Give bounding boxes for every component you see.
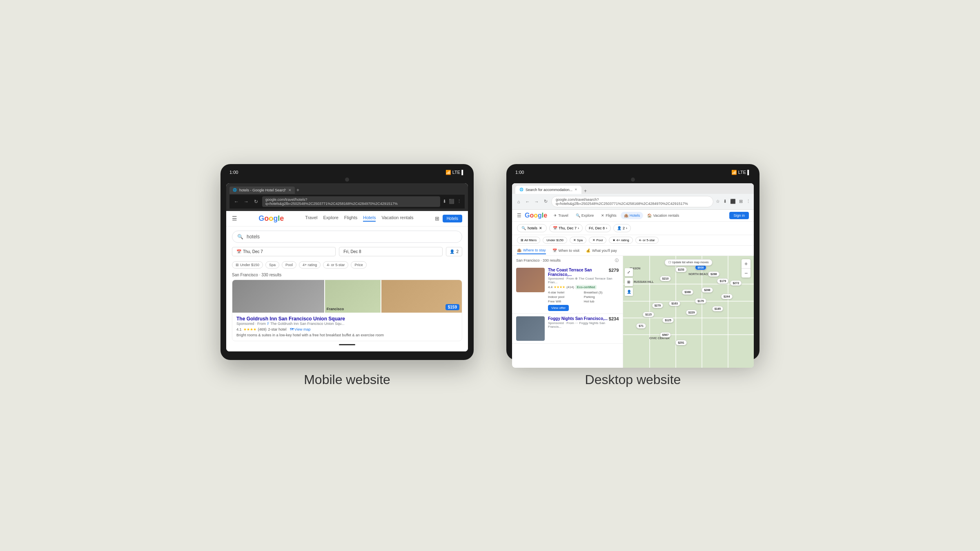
mobile-menu-icon[interactable]: ⋮ — [457, 199, 461, 204]
desktop-nav-explore[interactable]: 🔍 Explore — [572, 212, 597, 219]
desktop-back-button[interactable]: ← — [524, 199, 531, 204]
desktop-map-zoom-out-button[interactable]: − — [742, 269, 751, 278]
desktop-hotel-2-title[interactable]: Foggy Nights San Francisco,... — [548, 316, 608, 321]
mobile-nav-vacation[interactable]: Vacation rentals — [381, 215, 413, 222]
desktop-hotel-result-2[interactable]: Foggy Nights San Francisco,... $234 Spon… — [512, 314, 623, 344]
desktop-home-button[interactable]: ⌂ — [515, 199, 522, 204]
mobile-filter-chip-5[interactable]: Price — [351, 261, 367, 269]
desktop-map-update-button[interactable]: ☐ Update list when map moves — [665, 259, 713, 266]
desktop-bookmark-icon[interactable]: ☆ — [716, 199, 720, 204]
mobile-filter-chip-1[interactable]: Spa — [265, 261, 279, 269]
mobile-nav-explore[interactable]: Explore — [323, 215, 339, 222]
desktop-device-container: 1:00 📶 LTE ▌ 🌐 Search for accommodation.… — [506, 164, 760, 387]
desktop-search-clear-icon[interactable]: ✕ — [539, 226, 542, 230]
desktop-guest-pill[interactable]: 👤 2 › — [613, 224, 631, 232]
desktop-nav-vacation[interactable]: 🏠 Vacation rentals — [644, 212, 682, 219]
desktop-active-tab[interactable]: 🌐 Search for accommodation... ✕ — [515, 186, 581, 194]
mobile-hotel-rating: 4.1 — [236, 327, 242, 331]
desktop-where-to-stay-tab[interactable]: 🏨 Where to stay — [517, 247, 546, 254]
mobile-guest-pill[interactable]: 👤 2 — [446, 247, 462, 256]
mobile-cast-icon[interactable]: ⬛ — [449, 199, 454, 204]
desktop-refresh-button[interactable]: ↻ — [542, 199, 549, 204]
mobile-apps-icon[interactable]: ⊞ — [435, 216, 439, 222]
map-pin-279[interactable]: $279 — [652, 303, 664, 308]
desktop-nav-travel[interactable]: ✈ Travel — [550, 212, 572, 219]
desktop-filter-rating[interactable]: ★ 4+ rating — [609, 237, 633, 244]
desktop-download-icon[interactable]: ⬇ — [723, 199, 727, 204]
mobile-filter-chip-3[interactable]: 4+ rating — [299, 261, 321, 269]
desktop-map-layers-icon[interactable]: ⊞ — [625, 278, 633, 286]
desktop-new-tab-button[interactable]: + — [582, 188, 588, 194]
desktop-map-fullscreen-icon[interactable]: ⤢ — [625, 268, 633, 276]
map-pin-288a[interactable]: $288 — [708, 271, 719, 277]
map-pin-163[interactable]: $163 — [669, 301, 680, 306]
desktop-what-youll-pay-tab[interactable]: 💰 What you'll pay — [586, 247, 617, 254]
map-pin-291[interactable]: $291 — [675, 340, 687, 345]
map-pin-179b[interactable]: $179 — [695, 298, 706, 304]
map-pin-272[interactable]: $272 — [730, 280, 742, 286]
desktop-sign-in-button[interactable]: Sign in — [729, 212, 749, 219]
map-pin-71[interactable]: $71 — [636, 323, 646, 329]
map-pin-125[interactable]: $125 — [662, 318, 674, 323]
map-pin-567[interactable]: $567 — [660, 332, 671, 338]
desktop-cast-icon[interactable]: ⬛ — [730, 199, 736, 204]
desktop-nav-hotels[interactable]: 🏨 Hotels — [621, 212, 644, 219]
mobile-checkin-pill[interactable]: 📅 Thu, Dec 7 — [232, 247, 336, 256]
desktop-apps-icon[interactable]: ⊞ — [739, 199, 743, 204]
mobile-hotel-card[interactable]: Francisco $159 The Goldrush Inn San Fran… — [232, 280, 462, 342]
desktop-hotel-1-view-offer[interactable]: View offer — [548, 305, 569, 311]
mobile-refresh-button[interactable]: ↻ — [252, 199, 260, 204]
mobile-tab-close-icon[interactable]: ✕ — [288, 188, 292, 192]
desktop-address-input[interactable]: google.com/travel/search?q=hotels&g2lb=2… — [551, 196, 713, 207]
map-pin-185[interactable]: $185 — [712, 306, 724, 311]
desktop-hotel-1-title[interactable]: The Coast Terrace San Francisco,... — [548, 268, 609, 277]
map-pin-210[interactable]: $210 — [660, 276, 671, 281]
desktop-search-pill[interactable]: 🔍 hotels ✕ — [517, 224, 547, 232]
mobile-nav-hotels[interactable]: Hotels — [363, 215, 376, 222]
map-pin-153[interactable]: $153 — [675, 267, 687, 272]
map-pin-179a[interactable]: $179 — [717, 278, 728, 284]
mobile-nav-travel[interactable]: Travel — [305, 215, 317, 222]
mobile-hamburger-icon[interactable]: ☰ — [232, 215, 237, 222]
mobile-active-tab[interactable]: 🌐 hotels - Google Hotel Search ✕ — [229, 187, 295, 194]
mobile-filter-text-2: Pool — [285, 263, 293, 267]
map-pin-244[interactable]: $244 — [721, 294, 733, 299]
map-pin-388[interactable]: $388 — [682, 289, 693, 295]
mobile-back-button[interactable]: ← — [233, 199, 240, 204]
mobile-hotel-name[interactable]: The Goldrush Inn San Francisco Union Squ… — [236, 316, 458, 322]
mobile-new-tab-button[interactable]: + — [296, 187, 299, 193]
mobile-sign-in-button[interactable]: Hotels — [443, 215, 462, 222]
desktop-filter-pool[interactable]: ✕ Pool — [589, 237, 606, 244]
desktop-results-info-icon[interactable]: ⓘ — [615, 258, 619, 263]
desktop-browser-tabs: 🌐 Search for accommodation... ✕ + — [512, 183, 754, 194]
mobile-checkout-pill[interactable]: Fri, Dec 8 — [339, 247, 443, 256]
desktop-filter-price[interactable]: Under $150 — [543, 237, 567, 244]
desktop-tab-close-icon[interactable]: ✕ — [575, 188, 577, 191]
map-pin-229[interactable]: $229 — [686, 310, 697, 315]
desktop-nav-flights[interactable]: ✕ Flights — [598, 212, 620, 219]
desktop-filter-spa[interactable]: ✕ Spa — [570, 237, 586, 244]
desktop-menu-icon[interactable]: ⋮ — [746, 199, 751, 204]
desktop-map-person-icon[interactable]: 👤 — [625, 288, 633, 296]
map-pin-115[interactable]: $115 — [643, 312, 654, 317]
mobile-nav-flights[interactable]: Flights — [344, 215, 357, 222]
desktop-when-to-visit-tab[interactable]: 📅 When to visit — [552, 247, 580, 254]
desktop-forward-button[interactable]: → — [533, 199, 540, 204]
desktop-hamburger-icon[interactable]: ☰ — [517, 213, 521, 218]
map-pin-288b[interactable]: $288 — [702, 287, 713, 293]
mobile-address-input[interactable]: google.com/travel/hotels?q=hotels&g2lb=2… — [262, 196, 440, 207]
desktop-checkin-pill[interactable]: 📅 Thu, Dec 7 › — [549, 224, 583, 232]
mobile-filter-chip-2[interactable]: Pool — [282, 261, 296, 269]
mobile-search-box[interactable]: 🔍 hotels — [232, 231, 462, 243]
mobile-forward-button[interactable]: → — [243, 199, 250, 204]
desktop-filter-stars[interactable]: 4- or 5-star — [635, 237, 659, 244]
desktop-browser-chrome: 🌐 Search for accommodation... ✕ + ⌂ ← → … — [512, 183, 754, 210]
desktop-checkout-pill[interactable]: Fri, Dec 8 › — [585, 224, 611, 232]
desktop-filter-all[interactable]: ⊞ All filters — [517, 237, 540, 244]
mobile-filter-chip-4[interactable]: 4- or 5-star — [323, 261, 348, 269]
mobile-filter-chip-0[interactable]: ⊞ Under $150 — [232, 261, 263, 269]
desktop-hotel-result-1[interactable]: The Coast Terrace San Francisco,... $279… — [512, 265, 623, 314]
mobile-view-map-link[interactable]: 🗺 View map — [290, 327, 311, 331]
mobile-download-icon[interactable]: ⬇ — [443, 199, 446, 204]
desktop-map-zoom-in-button[interactable]: + — [742, 259, 751, 268]
